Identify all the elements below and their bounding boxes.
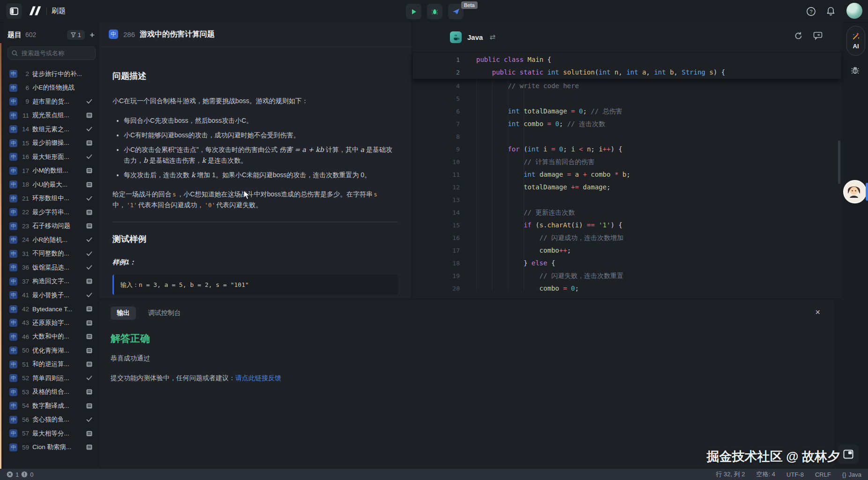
window-edge [0, 43, 1, 480]
list-item[interactable]: 中15最少前缀操... [4, 136, 96, 150]
difficulty-badge: 中 [9, 263, 17, 271]
reset-code-icon[interactable] [794, 31, 803, 40]
problem-number: 23 [22, 223, 29, 230]
problem-description-panel: 中 286 游戏中的伤害计算问题 问题描述 小C在玩一个回合制格斗游戏，她需要挑… [99, 22, 411, 298]
code-line[interactable]: 17 combo++; [413, 244, 841, 257]
list-item[interactable]: 中41最小替换子... [4, 288, 96, 302]
code-line[interactable]: 6 int totalDamage = 0; // 总伤害 [413, 105, 841, 118]
search-input[interactable] [21, 49, 83, 57]
debug-run-button[interactable] [427, 4, 442, 19]
rule-item: 每次攻击后，连击次数 k 增加 1。如果小C未能闪避boss的攻击，连击次数重置… [124, 170, 398, 180]
feedback-icon[interactable] [813, 31, 823, 40]
list-item[interactable]: 中43还原原始字... [4, 316, 96, 330]
code-line[interactable]: 20 combo = 0; [413, 282, 841, 295]
cursor-position[interactable]: 行 32, 列 2 [716, 470, 745, 479]
code-line[interactable]: 1public class Main { [413, 53, 841, 66]
list-item[interactable]: 中2徒步旅行中的补... [4, 67, 96, 81]
list-item[interactable]: 中17小M的数组... [4, 164, 96, 178]
difficulty-badge: 中 [9, 416, 17, 424]
code-line[interactable]: 10 // 计算当前回合的伤害 [413, 156, 841, 168]
list-item[interactable]: 中56贪心猫的鱼... [4, 413, 96, 427]
list-item[interactable]: 中23石子移动问题 [4, 219, 96, 233]
code-line[interactable]: 16 // 闪避成功，连击次数增加 [413, 232, 841, 244]
list-item[interactable]: 中16最大矩形面... [4, 150, 96, 164]
list-item[interactable]: 中9超市里的货... [4, 95, 96, 109]
user-avatar[interactable] [846, 3, 862, 19]
editor-scrollbar-thumb[interactable] [838, 141, 840, 184]
swap-language-icon[interactable]: ⇄ [489, 33, 495, 41]
code-line[interactable]: 2 public static int solution(int n, int … [413, 66, 841, 79]
indent-guide [524, 80, 524, 292]
problems-summary[interactable]: 1 0 [7, 471, 33, 478]
list-item[interactable]: 中6小E的怪物挑战 [4, 81, 96, 95]
problem-number: 42 [22, 306, 29, 313]
list-item[interactable]: 中57最大相等分... [4, 427, 96, 441]
error-count: 1 [15, 471, 19, 478]
list-item[interactable]: 中46大数和中的... [4, 330, 96, 344]
code-line[interactable]: 12 totalDamage += damage; [413, 181, 841, 194]
code-line[interactable]: 14 // 更新连击次数 [413, 206, 841, 219]
code-line[interactable]: 7 int combo = 0; // 连击次数 [413, 118, 841, 130]
java-icon [450, 31, 462, 43]
add-button[interactable]: + [90, 30, 95, 39]
problem-name: 大数和中的... [32, 332, 85, 341]
eol-sequence[interactable]: CRLF [815, 471, 831, 478]
close-icon[interactable]: × [815, 308, 820, 317]
code-line[interactable]: 5 [413, 92, 841, 105]
notifications-bell-icon[interactable] [826, 6, 836, 16]
code-line[interactable]: 15 if (s.charAt(i) == '1') { [413, 219, 841, 232]
app-logo[interactable] [27, 5, 43, 16]
difficulty-badge: 中 [9, 443, 17, 451]
encoding[interactable]: UTF-8 [786, 471, 804, 478]
list-item[interactable]: 中37构造回文字... [4, 275, 96, 289]
check-icon [85, 196, 93, 201]
difficulty-badge: 中 [9, 333, 17, 341]
list-item[interactable]: 中18小U的最大... [4, 178, 96, 192]
editor-actions [794, 31, 823, 40]
ai-assistant-button[interactable]: AI [846, 26, 865, 56]
draft-icon [85, 431, 93, 436]
code-line[interactable]: 4 // write code here [413, 80, 841, 92]
run-button[interactable] [406, 4, 421, 19]
list-item[interactable]: 中42Bytedance T... [4, 302, 96, 316]
code-line[interactable]: 19 // 闪避失败，连击次数重置 [413, 270, 841, 282]
help-icon[interactable]: ? [806, 7, 816, 16]
problem-name: 优化青海湖... [32, 346, 85, 355]
code-lines[interactable]: 4 // write code here56 int totalDamage =… [413, 80, 841, 298]
list-item[interactable]: 中11观光景点组... [4, 109, 96, 123]
code-line[interactable]: 18 } else { [413, 257, 841, 270]
language-mode[interactable]: {} Java [842, 471, 861, 478]
list-item[interactable]: 中53及格的组合... [4, 385, 96, 399]
list-item[interactable]: 中36饭馆菜品选... [4, 261, 96, 275]
tab-output[interactable]: 输出 [111, 307, 136, 320]
list-item[interactable]: 中22最少字符串... [4, 205, 96, 219]
list-item[interactable]: 中31不同整数的... [4, 247, 96, 261]
list-item[interactable]: 中54数字翻译成... [4, 399, 96, 413]
indentation[interactable]: 空格: 4 [756, 470, 775, 479]
problem-number: 37 [22, 278, 29, 285]
list-item[interactable]: 中21环形数组中... [4, 192, 96, 206]
list-item[interactable]: 中51和的逆运算... [4, 358, 96, 372]
hidden-panel-tab[interactable] [866, 183, 868, 201]
list-item[interactable]: 中14数组元素之... [4, 122, 96, 136]
search-box[interactable] [7, 46, 96, 60]
list-item[interactable]: 中24小R的随机... [4, 233, 96, 247]
code-line[interactable]: 8 [413, 130, 841, 143]
list-item[interactable]: 中59Cion 勒索病... [4, 441, 96, 455]
feedback-link[interactable]: 请点此链接反馈 [235, 374, 281, 382]
toggle-bottom-panel-button[interactable] [838, 444, 859, 464]
code-line[interactable]: 13 [413, 194, 841, 206]
list-item[interactable]: 中50优化青海湖... [4, 344, 96, 358]
tab-debug-console[interactable]: 调试控制台 [148, 309, 181, 317]
difficulty-badge: 中 [9, 98, 17, 105]
line-number: 14 [413, 206, 472, 219]
sidebar-toggle-button[interactable] [6, 3, 22, 19]
list-item[interactable]: 中52简单四则运... [4, 371, 96, 385]
assistant-avatar[interactable] [843, 180, 867, 203]
debug-rail-icon[interactable] [851, 66, 860, 75]
filter-button[interactable]: 1 [67, 30, 85, 40]
problem-number: 56 [22, 416, 29, 423]
draft-icon [85, 112, 93, 118]
code-line[interactable]: 11 int damage = a + combo * b; [413, 168, 841, 181]
code-line[interactable]: 9 for (int i = 0; i < n; i++) { [413, 143, 841, 156]
